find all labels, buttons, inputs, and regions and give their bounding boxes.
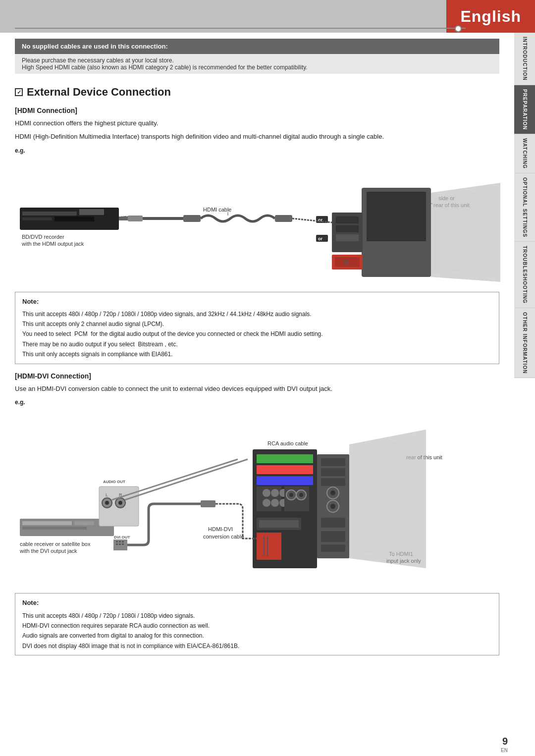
- svg-text:BD/DVD recorder: BD/DVD recorder: [22, 234, 64, 240]
- notice-line-2: High Speed HDMI cable (also known as HDM…: [22, 64, 308, 71]
- svg-line-59: [125, 459, 248, 500]
- hdmi-dvi-note-line-2: HDMI-DVI connection requires separate RC…: [22, 621, 492, 631]
- svg-rect-95: [321, 531, 345, 542]
- svg-text:cable receiver or satellite bo: cable receiver or satellite box: [20, 541, 91, 547]
- svg-rect-20: [336, 234, 359, 241]
- svg-rect-47: [119, 543, 121, 545]
- svg-rect-3: [22, 217, 52, 220]
- svg-rect-79: [257, 533, 281, 560]
- svg-text:or: or: [318, 236, 322, 241]
- tab-optional-settings[interactable]: OPTIONAL SETTINGS: [514, 173, 535, 242]
- page-number: 9: [502, 736, 508, 747]
- hdmi-dvi-note-line-3: Audio signals are converted from digital…: [22, 631, 492, 641]
- hdmi-dvi-diagram-svg: cable receiver or satellite box with the…: [15, 410, 510, 586]
- hdmi-note-box: Note: This unit accepts 480i / 480p / 72…: [15, 292, 499, 364]
- notice-light-1: Please purchase the necessary cables at …: [15, 54, 499, 74]
- svg-marker-34: [433, 190, 490, 274]
- hdmi-diagram: BD/DVD recorder with the HDMI output jac…: [15, 158, 499, 287]
- hdmi-dvi-note-title: Note:: [22, 597, 492, 608]
- tab-introduction[interactable]: INTRODUCTION: [514, 33, 535, 85]
- svg-rect-49: [201, 500, 215, 507]
- svg-rect-37: [74, 521, 94, 525]
- svg-point-67: [271, 489, 279, 497]
- hdmi-body-2: HDMI (High-Definition Multimedia Interfa…: [15, 132, 499, 142]
- svg-rect-62: [257, 454, 313, 463]
- hdmi-dvi-note-line-1: This unit accepts 480i / 480p / 720p / 1…: [22, 611, 492, 621]
- section-title: ✓ External Device Connection: [15, 86, 499, 99]
- hdmi-note-line-4: There may be no audio output if you sele…: [22, 339, 492, 349]
- section-title-text: External Device Connection: [27, 86, 171, 99]
- hdmi-note-title: Note:: [22, 296, 492, 307]
- tab-troubleshooting[interactable]: TROUBLESHOOTING: [514, 242, 535, 308]
- hdmi-note-line-1: This unit accepts 480i / 480p / 720p / 1…: [22, 309, 492, 319]
- hdmi-dvi-title: HDMI-DVI Connection: [15, 372, 499, 380]
- svg-point-91: [330, 490, 335, 495]
- svg-rect-11: [183, 215, 201, 222]
- svg-rect-64: [257, 476, 313, 485]
- hdmi-dvi-note-box: Note: This unit accepts 480i / 480p / 72…: [15, 593, 499, 655]
- hdmi-dvi-note-line-4: DVI does not display 480i image that is …: [22, 641, 492, 651]
- svg-rect-88: [321, 468, 345, 476]
- tab-other-information[interactable]: OTHER INFORMATION: [514, 308, 535, 378]
- svg-rect-46: [116, 543, 118, 545]
- svg-rect-1: [22, 212, 77, 216]
- svg-rect-2: [79, 209, 104, 215]
- hdmi-dvi-diagram: cable receiver or satellite box with the…: [15, 410, 499, 588]
- hdmi-body-1: HDMI connection offers the highest pictu…: [15, 118, 499, 129]
- svg-rect-8: [119, 216, 128, 220]
- svg-rect-36: [22, 521, 72, 525]
- svg-text:L: L: [106, 492, 108, 497]
- hdmi-connection-title: HDMI Connection: [15, 107, 499, 114]
- svg-point-70: [271, 499, 279, 507]
- svg-text:conversion cable: conversion cable: [203, 534, 244, 540]
- svg-rect-78: [259, 520, 299, 528]
- svg-text:HDMI cable: HDMI cable: [203, 207, 231, 213]
- svg-rect-12: [275, 215, 292, 222]
- svg-point-93: [330, 504, 335, 509]
- svg-text:AUDIO OUT: AUDIO OUT: [103, 480, 125, 484]
- svg-point-69: [263, 499, 270, 507]
- svg-marker-99: [353, 438, 416, 558]
- svg-point-76: [299, 493, 303, 497]
- hdmi-diagram-svg: BD/DVD recorder with the HDMI output jac…: [15, 158, 510, 284]
- svg-rect-45: [122, 541, 124, 542]
- svg-rect-16: [367, 192, 426, 241]
- svg-text:RCA audio cable: RCA audio cable: [268, 440, 308, 446]
- svg-text:HDMI-DVI: HDMI-DVI: [208, 526, 233, 532]
- svg-text:with the DVI output jack: with the DVI output jack: [19, 548, 77, 554]
- en-label: EN: [501, 748, 508, 753]
- tab-watching[interactable]: WATCHING: [514, 134, 535, 173]
- svg-rect-89: [321, 478, 345, 486]
- section-checkbox: ✓: [15, 88, 23, 96]
- hdmi-dvi-body: Use an HDMI-DVI conversion cable to conn…: [15, 384, 499, 394]
- svg-point-55: [105, 501, 109, 505]
- header-line: [15, 28, 466, 29]
- notice-dark: No supplied cables are used in this conn…: [15, 39, 499, 54]
- svg-text:with the HDMI output jack: with the HDMI output jack: [21, 241, 84, 247]
- svg-rect-18: [336, 216, 359, 223]
- svg-point-74: [289, 493, 293, 497]
- hdmi-note-line-2: This unit accepts only 2 channel audio s…: [22, 319, 492, 329]
- svg-line-58: [112, 459, 238, 500]
- hdmi-eg-label: e.g.: [15, 147, 499, 154]
- hdmi-dvi-eg-label: e.g.: [15, 399, 499, 406]
- header-bar: English: [0, 0, 535, 33]
- svg-rect-4: [54, 216, 94, 221]
- tab-preparation[interactable]: PREPARATION: [514, 85, 535, 134]
- svg-rect-48: [122, 543, 124, 545]
- svg-rect-63: [257, 465, 313, 474]
- main-content: No supplied cables are used in this conn…: [0, 39, 514, 675]
- hdmi-note-line-3: You need to select PCM for the digital a…: [22, 329, 492, 339]
- svg-point-66: [263, 489, 270, 497]
- svg-rect-43: [116, 541, 118, 542]
- svg-rect-87: [321, 458, 345, 466]
- svg-rect-94: [321, 518, 345, 528]
- svg-rect-96: [321, 544, 345, 552]
- svg-text:DVI OUT: DVI OUT: [114, 535, 130, 540]
- right-tabs: INTRODUCTION PREPARATION WATCHING OPTION…: [514, 33, 535, 378]
- hdmi-note-line-5: This unit only accepts signals in compli…: [22, 349, 492, 359]
- header-circle: [455, 25, 462, 32]
- svg-rect-38: [22, 527, 87, 530]
- svg-rect-9: [128, 216, 143, 221]
- notice-line-1: Please purchase the necessary cables at …: [22, 57, 174, 64]
